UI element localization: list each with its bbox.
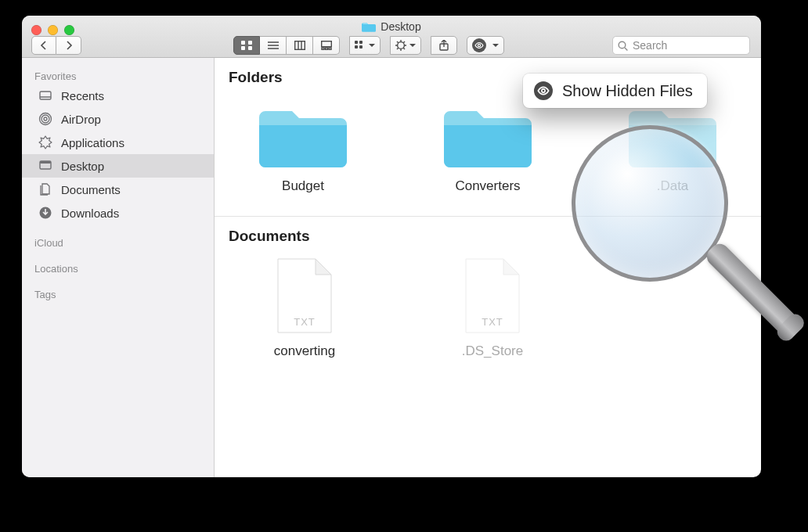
- svg-rect-3: [248, 46, 252, 50]
- svg-line-26: [403, 41, 405, 43]
- view-mode-group: [233, 36, 340, 55]
- eye-icon: [534, 81, 553, 100]
- svg-rect-31: [40, 92, 51, 99]
- sidebar-item-recents[interactable]: Recents: [22, 84, 214, 107]
- svg-rect-1: [248, 41, 252, 45]
- svg-rect-15: [359, 41, 363, 44]
- sidebar-group-locations[interactable]: Locations: [22, 258, 214, 276]
- svg-rect-7: [294, 41, 305, 50]
- svg-rect-37: [40, 161, 51, 164]
- sidebar-item-documents[interactable]: Documents: [22, 178, 214, 201]
- sidebar-item-label: Applications: [61, 136, 124, 149]
- sidebar-item-label: AirDrop: [61, 113, 101, 126]
- titlebar: Desktop: [22, 16, 761, 58]
- sidebar-item-label: Recents: [61, 89, 104, 102]
- folder-item-budget[interactable]: Budget: [246, 99, 360, 194]
- item-label: .Data: [615, 178, 730, 194]
- folder-icon: [362, 21, 376, 32]
- eye-icon: [472, 38, 486, 52]
- group-by-button[interactable]: [349, 36, 381, 55]
- sidebar-item-airdrop[interactable]: AirDrop: [22, 107, 214, 131]
- recents-icon: [38, 88, 53, 103]
- airdrop-icon: [38, 111, 53, 127]
- sidebar-item-downloads[interactable]: Downloads: [22, 201, 214, 225]
- downloads-icon: [38, 205, 53, 221]
- svg-point-18: [398, 42, 405, 49]
- svg-point-33: [44, 117, 47, 120]
- svg-rect-11: [322, 48, 324, 49]
- folder-item-converters[interactable]: Converters: [431, 99, 545, 194]
- svg-rect-2: [241, 46, 245, 50]
- file-ext: TXT: [461, 316, 524, 328]
- svg-line-23: [397, 41, 399, 43]
- svg-line-24: [403, 48, 405, 49]
- svg-rect-10: [321, 41, 331, 47]
- window-title: Desktop: [381, 20, 420, 33]
- file-ext: TXT: [273, 316, 336, 328]
- folder-item-data[interactable]: .Data: [615, 99, 730, 194]
- item-label: converting: [246, 343, 363, 359]
- svg-point-39: [542, 89, 545, 92]
- sidebar: Favorites Recents AirDrop: [22, 58, 215, 477]
- item-label: Converters: [431, 178, 545, 194]
- view-gallery-button[interactable]: [313, 36, 340, 55]
- desktop-icon: [38, 158, 53, 174]
- svg-line-30: [625, 48, 627, 50]
- svg-line-25: [397, 48, 399, 49]
- show-hidden-files-popover[interactable]: Show Hidden Files: [523, 74, 707, 108]
- sidebar-group-favorites: Favorites: [22, 66, 214, 84]
- search-field[interactable]: Search: [612, 36, 750, 55]
- file-item-ds-store[interactable]: TXT .DS_Store: [434, 257, 551, 359]
- svg-rect-16: [355, 45, 358, 49]
- nav-forward-button[interactable]: [56, 36, 81, 55]
- sidebar-item-applications[interactable]: Applications: [22, 131, 214, 154]
- svg-rect-13: [329, 48, 331, 49]
- sidebar-item-label: Documents: [61, 183, 121, 196]
- folder-icon: [259, 99, 347, 171]
- hidden-files-toggle[interactable]: [467, 36, 504, 55]
- svg-rect-12: [325, 48, 327, 49]
- view-icons-button[interactable]: [233, 36, 260, 55]
- sidebar-item-desktop[interactable]: Desktop: [22, 154, 214, 178]
- share-button[interactable]: [431, 36, 457, 55]
- svg-rect-17: [359, 45, 363, 49]
- nav-back-button[interactable]: [31, 36, 56, 55]
- svg-point-29: [619, 41, 626, 49]
- svg-rect-0: [241, 41, 245, 45]
- file-item-converting[interactable]: TXT converting: [246, 257, 363, 359]
- action-menu-button[interactable]: [390, 36, 421, 55]
- item-label: .DS_Store: [434, 343, 551, 359]
- sidebar-item-label: Desktop: [61, 160, 104, 173]
- sidebar-group-icloud[interactable]: iCloud: [22, 232, 214, 250]
- sidebar-item-label: Downloads: [61, 207, 119, 220]
- view-columns-button[interactable]: [287, 36, 313, 55]
- search-placeholder: Search: [633, 39, 667, 52]
- applications-icon: [38, 135, 53, 150]
- svg-point-28: [478, 44, 480, 46]
- item-label: Budget: [246, 178, 360, 194]
- content-pane: Folders Budget: [215, 58, 761, 477]
- search-icon: [618, 41, 628, 51]
- svg-point-34: [41, 115, 49, 123]
- folder-icon: [629, 99, 716, 171]
- sidebar-group-tags[interactable]: Tags: [22, 284, 214, 302]
- section-documents-header: Documents: [215, 217, 761, 251]
- documents-icon: [38, 182, 53, 197]
- folder-icon: [444, 99, 532, 171]
- view-list-button[interactable]: [260, 36, 287, 55]
- svg-rect-14: [355, 41, 358, 44]
- popover-label: Show Hidden Files: [562, 82, 693, 100]
